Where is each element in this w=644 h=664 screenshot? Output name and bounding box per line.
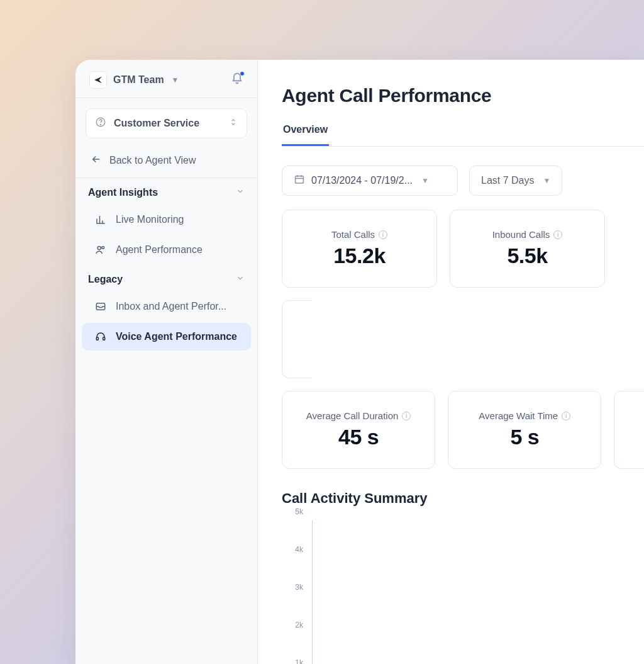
page-title: Agent Call Performance	[282, 85, 644, 106]
service-selector[interactable]: Customer Service	[86, 108, 247, 138]
metric-avg-call-duration: Average Call Duration i 45 s	[282, 391, 435, 469]
svg-rect-7	[296, 176, 304, 183]
chevron-down-icon	[236, 274, 245, 285]
users-icon	[94, 244, 107, 256]
tabs: Overview	[282, 124, 644, 147]
metrics-row-2: Average Call Duration i 45 s Average Wai…	[282, 391, 644, 469]
app-window: GTM Team ▼ Customer Service	[75, 60, 644, 664]
date-range-text: 07/13/2024 - 07/19/2...	[311, 175, 413, 186]
metric-total-calls: Total Calls i 15.2k	[282, 210, 437, 288]
notification-dot	[240, 71, 245, 76]
chart-bars	[313, 521, 644, 664]
info-icon[interactable]: i	[379, 230, 387, 239]
preset-range-picker[interactable]: Last 7 Days ▼	[469, 166, 562, 196]
team-name: GTM Team	[113, 74, 164, 86]
bar-chart-icon	[94, 213, 107, 226]
divider	[75, 98, 257, 98]
chart: 01k2k3k4k5k 07/13/202407/14/202407/15/20…	[282, 521, 644, 664]
svg-point-2	[97, 246, 101, 249]
date-range-picker[interactable]: 07/13/2024 - 07/19/2... ▼	[282, 166, 458, 196]
metric-value: 45 s	[338, 425, 379, 449]
nav-voice-agent-performance[interactable]: Voice Agent Performance	[82, 323, 251, 351]
metric-clipped	[282, 300, 312, 378]
caret-down-icon: ▼	[421, 176, 429, 185]
metric-clipped	[614, 391, 644, 469]
chart-title: Call Activity Summary	[282, 490, 644, 507]
arrow-left-icon	[91, 154, 102, 167]
svg-point-3	[102, 246, 104, 249]
filter-bar: 07/13/2024 - 07/19/2... ▼ Last 7 Days ▼	[282, 166, 644, 196]
metric-label: Average Call Duration i	[306, 410, 411, 421]
y-tick: 5k	[295, 507, 303, 516]
group-legacy[interactable]: Legacy	[75, 265, 257, 291]
caret-down-icon: ▼	[172, 76, 179, 84]
back-link-label: Back to Agent View	[109, 155, 196, 166]
metric-inbound-calls: Inbound Calls i 5.5k	[450, 210, 605, 288]
info-icon[interactable]: i	[402, 412, 411, 420]
info-icon[interactable]: i	[553, 230, 562, 239]
metric-label-text: Total Calls	[331, 229, 375, 240]
caret-down-icon: ▼	[543, 176, 550, 185]
metric-label-text: Average Call Duration	[306, 410, 398, 421]
info-icon[interactable]: i	[562, 412, 570, 420]
service-selector-label: Customer Service	[114, 118, 199, 129]
back-link[interactable]: Back to Agent View	[75, 145, 257, 177]
y-tick: 2k	[295, 621, 303, 629]
main-content: Agent Call Performance Overview 07/13/20…	[258, 60, 644, 664]
metric-label: Average Wait Time i	[479, 410, 570, 421]
metric-label: Inbound Calls i	[492, 229, 563, 240]
nav-live-monitoring[interactable]: Live Monitoring	[82, 206, 251, 234]
calendar-icon	[294, 174, 305, 188]
nav-label: Agent Performance	[116, 244, 203, 256]
metric-label: Total Calls i	[331, 229, 387, 240]
nav-label: Inbox and Agent Perfor...	[116, 301, 226, 312]
metrics-row-1: Total Calls i 15.2k Inbound Calls i 5.5k	[282, 210, 644, 378]
chart-plot-area	[312, 521, 644, 664]
logo-icon	[89, 71, 107, 89]
svg-point-1	[100, 124, 101, 125]
help-circle-icon	[95, 116, 106, 130]
group-agent-insights[interactable]: Agent Insights	[75, 178, 257, 205]
chevron-down-icon	[236, 187, 245, 198]
chart-y-axis: 01k2k3k4k5k	[282, 521, 308, 664]
sidebar: GTM Team ▼ Customer Service	[75, 60, 258, 664]
nav-label: Voice Agent Performance	[116, 331, 237, 342]
svg-rect-5	[96, 337, 98, 340]
nav-inbox-agent[interactable]: Inbox and Agent Perfor...	[82, 293, 251, 320]
headset-icon	[94, 330, 107, 343]
chevrons-up-down-icon	[229, 116, 238, 130]
tab-overview[interactable]: Overview	[282, 124, 329, 146]
metric-label-text: Average Wait Time	[479, 410, 558, 421]
nav-label: Live Monitoring	[116, 214, 184, 225]
notifications-button[interactable]	[231, 72, 243, 87]
y-tick: 3k	[295, 583, 303, 592]
metric-value: 5 s	[510, 425, 539, 449]
team-switcher[interactable]: GTM Team ▼	[75, 60, 257, 98]
metric-value: 5.5k	[507, 244, 547, 268]
nav-agent-performance[interactable]: Agent Performance	[82, 236, 251, 264]
group-label: Legacy	[88, 274, 123, 285]
metric-value: 15.2k	[333, 244, 386, 268]
y-tick: 1k	[295, 658, 303, 664]
preset-label: Last 7 Days	[481, 175, 534, 186]
svg-rect-6	[103, 337, 105, 340]
metric-avg-wait-time: Average Wait Time i 5 s	[448, 391, 601, 469]
y-tick: 4k	[295, 545, 303, 554]
group-label: Agent Insights	[88, 187, 158, 198]
metric-label-text: Inbound Calls	[492, 229, 550, 240]
inbox-icon	[94, 300, 107, 313]
